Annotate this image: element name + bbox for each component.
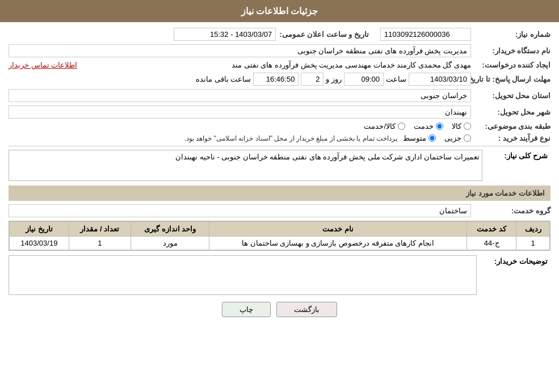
- need-number-label: شماره نیاز:: [471, 30, 550, 39]
- purchase-jozii[interactable]: جزیی: [444, 134, 471, 142]
- service-group-value: ساختمان: [9, 204, 471, 217]
- send-date-days: 2: [301, 73, 323, 86]
- province-label: استان محل تحویل:: [471, 91, 550, 100]
- services-table: ردیف کد خدمت نام خدمت واحد اندازه گیری ت…: [9, 221, 550, 250]
- cell-name: انجام کارهای متفرقه درخصوص بازسازی و بهس…: [209, 237, 467, 250]
- province-value: خراسان جنوبی: [9, 89, 471, 102]
- radio-kala-label: کالا: [452, 122, 461, 130]
- col-qty: تعداد / مقدار: [69, 222, 131, 237]
- buyer-name-label: نام دستگاه خریدار:: [471, 47, 550, 55]
- services-section-header: اطلاعات خدمات مورد نیاز: [9, 186, 550, 201]
- radio-jozii[interactable]: [464, 134, 471, 142]
- category-kala[interactable]: کالا: [452, 122, 471, 130]
- send-date-day-label: روز و: [326, 75, 342, 83]
- radio-khedmat-label: خدمت: [414, 122, 434, 130]
- radio-khedmat[interactable]: [436, 123, 443, 130]
- radio-motavaset[interactable]: [428, 134, 436, 142]
- city-label: شهر محل تحویل:: [471, 108, 550, 116]
- purchase-type-note: پرداخت تمام یا بخشی از مبلغ خریدار از مح…: [184, 134, 397, 142]
- creator-value: مهدی گل محمدی کارمند خدمات مهندسی مدیریت…: [82, 61, 471, 69]
- col-code: کد خدمت: [466, 222, 516, 237]
- buyer-name-value: مدیریت پخش فرآورده های نفتی منطقه خراسان…: [9, 44, 471, 57]
- divider-1: [9, 146, 550, 146]
- creator-contact-link[interactable]: اطلاعات تماس خریدار: [9, 61, 77, 69]
- table-row: 1ج-44انجام کارهای متفرقه درخصوص بازسازی …: [10, 237, 550, 250]
- purchase-type-label: نوع فرآیند خرید :: [471, 134, 550, 142]
- radio-motavaset-label: متوسط: [403, 134, 426, 142]
- buyer-notes-textarea[interactable]: [9, 255, 477, 295]
- purchase-motavaset[interactable]: متوسط: [403, 134, 436, 142]
- announce-date-value: 1403/03/07 - 15:32: [174, 28, 276, 41]
- category-radio-group: کالا خدمت کالا/خدمت: [364, 122, 471, 130]
- cell-unit: مورد: [131, 237, 209, 250]
- buyer-notes-label: توضیحات خریدار:: [477, 255, 550, 265]
- need-desc-label: شرح کلی نیاز:: [482, 150, 550, 160]
- services-table-wrapper: ردیف کد خدمت نام خدمت واحد اندازه گیری ت…: [9, 221, 550, 251]
- col-unit: واحد اندازه گیری: [131, 222, 209, 237]
- category-label: طبقه بندی موضوعی:: [471, 122, 550, 130]
- page-header: جزئیات اطلاعات نیاز: [0, 0, 559, 22]
- category-kala-khedmat[interactable]: کالا/خدمت: [364, 122, 405, 130]
- category-khedmat[interactable]: خدمت: [414, 122, 443, 130]
- city-value: نهبندان: [9, 106, 471, 119]
- radio-kala[interactable]: [464, 123, 471, 130]
- creator-label: ایجاد کننده درخواست:: [471, 61, 550, 69]
- col-row: ردیف: [516, 222, 550, 237]
- buttons-row: بازگشت چاپ: [9, 302, 550, 317]
- radio-kala-khedmat[interactable]: [398, 123, 405, 130]
- page-title: جزئیات اطلاعات نیاز: [241, 6, 318, 16]
- purchase-type-radio-group: جزیی متوسط: [403, 134, 471, 142]
- col-name: نام خدمت: [209, 222, 467, 237]
- send-date-time: 09:00: [344, 73, 384, 86]
- send-date-time-label: ساعت: [386, 75, 406, 83]
- radio-kala-khedmat-label: کالا/خدمت: [364, 122, 396, 130]
- cell-quantity: 1: [69, 237, 131, 250]
- send-date-remain: 16:46:50: [253, 73, 299, 86]
- cell-code: ج-44: [466, 237, 516, 250]
- send-date-remain-label: ساعت باقی مانده: [196, 75, 251, 83]
- print-button[interactable]: چاپ: [222, 302, 271, 317]
- need-desc-value: تعمیرات ساختمان اداری شرکت ملی پخش فرآور…: [9, 150, 482, 181]
- cell-date: 1403/03/19: [10, 237, 69, 250]
- service-group-label: گروه خدمت:: [471, 206, 550, 215]
- radio-jozii-label: جزیی: [444, 134, 461, 142]
- send-date-label: مهلت ارسال پاسخ: تا تاریخ:: [471, 75, 550, 83]
- send-date-date: 1403/03/10: [409, 73, 471, 86]
- col-date: تاریخ نیاز: [10, 222, 69, 237]
- announce-date-label: تاریخ و ساعت اعلان عمومی:: [276, 30, 369, 39]
- need-number-value: 1103092126000036: [380, 28, 471, 41]
- cell-row: 1: [516, 237, 550, 250]
- back-button[interactable]: بازگشت: [276, 302, 337, 317]
